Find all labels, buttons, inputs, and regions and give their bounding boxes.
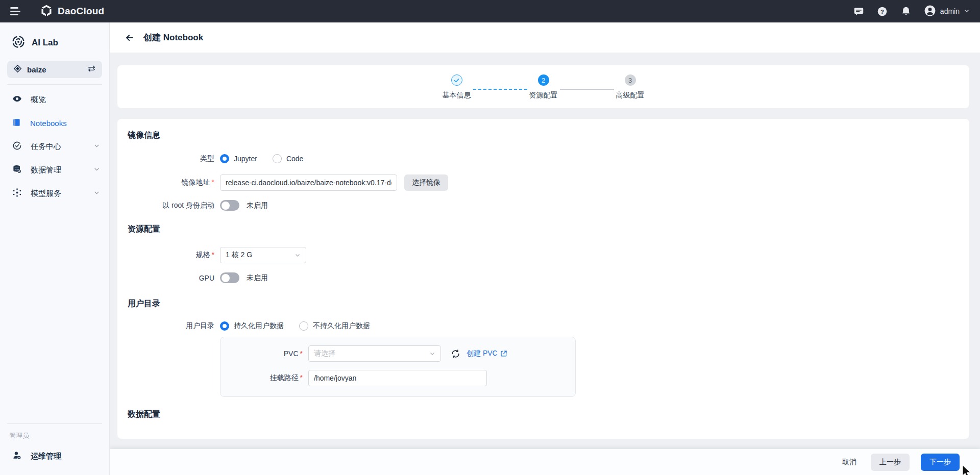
required-asterisk: * — [300, 373, 303, 382]
menu-icon[interactable] — [10, 5, 22, 17]
help-icon[interactable]: ? — [877, 6, 888, 17]
form-row-gpu: GPU 未启用 — [128, 272, 959, 283]
gpu-toggle[interactable] — [220, 272, 239, 283]
back-arrow-icon[interactable] — [123, 31, 136, 44]
sidebar-item-notebooks[interactable]: Notebooks — [0, 111, 109, 135]
section-title-data-config: 数据配置 — [128, 409, 959, 420]
sidebar-item-ops-management[interactable]: 运维管理 — [0, 444, 109, 468]
sidebar-item-data-management[interactable]: 数据管理 — [0, 158, 109, 182]
radio-label: Code — [286, 155, 303, 163]
radio-jupyter[interactable]: Jupyter — [220, 154, 257, 163]
svg-text:?: ? — [880, 8, 884, 14]
spec-select[interactable]: 1 核 2 G — [220, 247, 306, 263]
form-card: 镜像信息 类型 Jupyter Code 镜像地址* — [117, 119, 969, 439]
chevron-down-icon — [93, 189, 100, 197]
form-row-pvc: PVC* 请选择 — [220, 345, 575, 362]
mouse-cursor — [962, 465, 973, 475]
external-link-icon — [500, 350, 507, 357]
form-row-image-address: 镜像地址* 选择镜像 — [128, 174, 959, 191]
workspace-name: baize — [27, 65, 87, 74]
cancel-button[interactable]: 取消 — [839, 454, 860, 470]
swap-icon[interactable] — [87, 64, 96, 74]
user-menu[interactable]: admin — [924, 5, 970, 18]
radio-icon — [273, 154, 282, 163]
select-image-button[interactable]: 选择镜像 — [404, 174, 448, 191]
section-title-resource-config: 资源配置 — [128, 224, 959, 235]
sidebar-item-label: Notebooks — [30, 119, 100, 128]
section-title-user-directory: 用户目录 — [128, 298, 959, 309]
footer-action-bar: 取消 上一步 下一步 — [110, 449, 980, 475]
radio-icon — [299, 321, 308, 331]
page-title-bar: 创建 Notebook — [110, 22, 980, 53]
content-area: 基本信息 2 资源配置 3 高级配置 — [110, 53, 980, 449]
form-row-type: 类型 Jupyter Code — [128, 154, 959, 163]
task-check-icon — [12, 141, 22, 152]
sidebar-item-model-services[interactable]: 模型服务 — [0, 182, 109, 205]
radio-label: 持久化用户数据 — [234, 321, 284, 331]
radio-label: 不持久化用户数据 — [313, 321, 370, 331]
eye-icon — [12, 94, 22, 105]
step-check-icon — [451, 74, 462, 86]
user-name: admin — [940, 7, 960, 15]
next-step-button[interactable]: 下一步 — [921, 454, 960, 471]
step-advanced-config: 3 高级配置 — [614, 74, 647, 100]
spec-select-value: 1 核 2 G — [226, 251, 295, 260]
stepper-card: 基本信息 2 资源配置 3 高级配置 — [117, 65, 969, 108]
sidebar-item-task-center[interactable]: 任务中心 — [0, 135, 109, 158]
step-connector-done — [473, 89, 527, 90]
chevron-down-icon — [964, 7, 970, 15]
chevron-down-icon — [429, 351, 435, 357]
step-number: 2 — [538, 74, 549, 86]
create-pvc-link[interactable]: 创建 PVC — [467, 349, 507, 358]
workspace-selector[interactable]: baize — [7, 61, 102, 78]
ops-user-gear-icon — [12, 451, 22, 462]
radio-persist-user-data[interactable]: 持久化用户数据 — [220, 321, 284, 331]
sidebar-item-label: 任务中心 — [31, 142, 93, 152]
sidebar-divider — [7, 84, 102, 85]
radio-code[interactable]: Code — [273, 154, 303, 163]
workspace-cube-icon — [13, 64, 22, 74]
pvc-select[interactable]: 请选择 — [308, 345, 441, 362]
field-label: 用户目录 — [128, 321, 220, 331]
database-icon — [12, 164, 22, 176]
avatar-icon — [924, 5, 936, 18]
sidebar-section-admin-label: 管理员 — [0, 428, 109, 444]
brand: DaoCloud — [40, 4, 104, 19]
topbar-right: ? admin — [853, 5, 970, 18]
bell-icon[interactable] — [900, 6, 912, 17]
main-area: 创建 Notebook 基本信息 2 — [110, 22, 980, 475]
sidebar: AI Lab baize — [0, 22, 110, 475]
top-header: DaoCloud ? — [0, 0, 980, 22]
pvc-panel: PVC* 请选择 — [220, 337, 576, 397]
sidebar-item-label: 运维管理 — [31, 452, 61, 461]
refresh-icon[interactable] — [450, 348, 460, 359]
image-address-input[interactable] — [220, 174, 397, 191]
field-label: 镜像地址* — [128, 178, 220, 187]
daocloud-logo — [40, 4, 53, 19]
product-name: AI Lab — [32, 38, 58, 48]
message-icon[interactable] — [853, 6, 865, 17]
model-service-icon — [12, 188, 22, 199]
page-title: 创建 Notebook — [143, 32, 203, 43]
root-toggle-status: 未启用 — [247, 201, 268, 210]
step-basic-info: 基本信息 — [440, 74, 473, 100]
required-asterisk: * — [300, 349, 303, 358]
brand-name: DaoCloud — [58, 6, 104, 17]
sidebar-item-label: 模型服务 — [31, 189, 93, 198]
field-label: 规格* — [128, 251, 220, 260]
mount-path-input[interactable] — [308, 370, 487, 386]
radio-icon — [220, 154, 229, 163]
root-toggle[interactable] — [220, 200, 239, 211]
field-label: 类型 — [128, 154, 220, 163]
sidebar-item-overview[interactable]: 概览 — [0, 88, 109, 111]
step-number: 3 — [625, 74, 636, 86]
field-label: PVC* — [220, 349, 308, 358]
field-label: 挂载路径* — [220, 373, 308, 383]
sidebar-divider — [7, 423, 102, 424]
app-root: DaoCloud ? — [0, 0, 980, 475]
step-resource-config: 2 资源配置 — [527, 74, 560, 100]
step-label: 高级配置 — [616, 91, 645, 100]
prev-step-button[interactable]: 上一步 — [871, 454, 910, 471]
radio-no-persist-user-data[interactable]: 不持久化用户数据 — [299, 321, 370, 331]
field-label: 以 root 身份启动 — [128, 201, 220, 210]
